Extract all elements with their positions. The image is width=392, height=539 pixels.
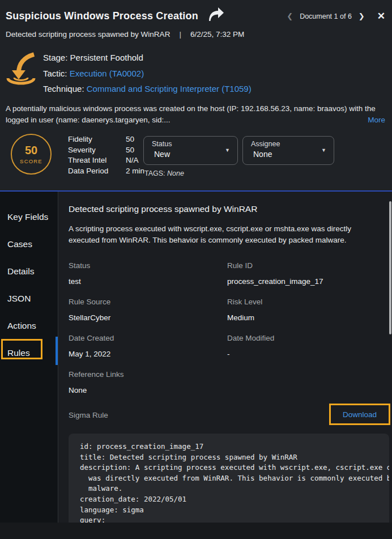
sigma-rule-label: Sigma Rule: [69, 411, 108, 419]
page-title: Suspicious Windows Process Creation: [6, 10, 198, 22]
metric-row: Data Period 2 min: [68, 166, 144, 177]
assignee-dropdown[interactable]: Assignee None ▼: [242, 136, 334, 165]
download-annotation-highlight: Download: [329, 404, 390, 425]
stage-label: Stage:: [43, 53, 67, 62]
field-value-date-created: May 1, 2022: [69, 350, 110, 358]
prev-document-icon[interactable]: ❮: [283, 12, 296, 20]
tab-json[interactable]: JSON: [0, 285, 58, 312]
close-icon[interactable]: ✕: [377, 10, 385, 22]
field-label-date-created: Date Created: [69, 334, 114, 342]
kill-chain-block: Stage: Persistent Foothold Tactic: Execu…: [5, 50, 252, 97]
alert-description: A potentially malicious windows process …: [6, 103, 386, 125]
metric-label: Severity: [68, 145, 126, 156]
technique-link[interactable]: Command and Scripting Interpreter (T1059…: [87, 84, 252, 94]
sigma-rule-code-block: id: process_creation_image_17 title: Det…: [69, 434, 389, 523]
field-label-date-modified: Date Modified: [227, 334, 274, 342]
header-row: Suspicious Windows Process Creation ❮ Do…: [0, 0, 392, 24]
document-counter: Document 1 of 6: [296, 12, 355, 20]
score-badge: 50 SCORE: [11, 134, 52, 175]
alert-subtitle: Detected scripting process spawned by Wi…: [6, 30, 170, 39]
metric-label: Threat Intel: [68, 155, 126, 166]
assignee-dropdown-value: None: [253, 150, 327, 159]
chevron-down-icon: ▼: [225, 147, 230, 153]
technique-line: Technique: Command and Scripting Interpr…: [43, 81, 252, 97]
more-link[interactable]: More: [368, 114, 385, 126]
field-value-rule-id: process_creation_image_17: [227, 277, 323, 286]
alert-description-text: A potentially malicious windows process …: [6, 104, 376, 124]
technique-label: Technique:: [43, 84, 84, 94]
field-label-risk-level: Risk Level: [227, 298, 262, 306]
field-label-status: Status: [69, 261, 90, 270]
stage-line: Stage: Persistent Foothold: [43, 50, 252, 66]
tags-label: TAGS:: [144, 169, 165, 177]
subtitle-separator: |: [179, 30, 181, 39]
metric-label: Fidelity: [68, 134, 126, 145]
tab-key-fields[interactable]: Key Fields: [0, 203, 58, 231]
metric-label: Data Period: [68, 166, 126, 177]
rules-tab-panel: Detected scripting process spawned by Wi…: [59, 192, 392, 523]
status-dropdown[interactable]: Status New ▼: [143, 136, 238, 165]
score-metrics: Fidelity 50 Severity 50 Threat Intel N/A…: [68, 134, 144, 176]
tags-line: TAGS: None: [144, 169, 184, 177]
tactic-link[interactable]: Execution (TA0002): [70, 69, 144, 78]
detail-tabs-sidebar: Key Fields Cases Details JSON Actions Ru…: [0, 192, 58, 523]
rule-summary: A scripting process executed with wscrip…: [69, 223, 384, 246]
vertical-scrollbar[interactable]: [389, 201, 391, 334]
field-value-date-modified: -: [227, 350, 230, 358]
field-value-risk-level: Medium: [227, 313, 254, 322]
rule-title: Detected scripting process spawned by Wi…: [69, 204, 257, 214]
active-tab-indicator: [56, 337, 58, 365]
alert-detail-drawer: Suspicious Windows Process Creation ❮ Do…: [0, 0, 392, 539]
field-value-rule-source: StellarCyber: [69, 313, 110, 322]
next-document-icon[interactable]: ❯: [355, 12, 368, 20]
chevron-down-icon: ▼: [321, 147, 326, 153]
field-value-status: test: [69, 277, 81, 286]
metric-value: 50: [126, 134, 134, 145]
score-value: 50: [25, 144, 37, 157]
metric-value: N/A: [126, 155, 139, 166]
share-icon[interactable]: [207, 7, 224, 24]
stage-value: Persistent Foothold: [70, 53, 143, 62]
assignee-dropdown-label: Assignee: [251, 140, 327, 148]
score-caption: SCORE: [20, 158, 42, 164]
metric-row: Severity 50: [68, 145, 144, 156]
persistent-foothold-stage-icon: [5, 52, 37, 88]
metric-value: 50: [126, 145, 134, 156]
metric-row: Fidelity 50: [68, 134, 144, 145]
tactic-label: Tactic:: [43, 69, 67, 78]
metric-row: Threat Intel N/A: [68, 155, 144, 166]
field-value-reference-links: None: [69, 386, 87, 394]
tab-details[interactable]: Details: [0, 258, 58, 285]
rules-annotation-highlight: [1, 339, 42, 359]
status-dropdown-label: Status: [152, 140, 231, 148]
sigma-rule-code: id: process_creation_image_17 title: Det…: [80, 442, 389, 523]
tactic-line: Tactic: Execution (TA0002): [43, 66, 252, 82]
field-label-rule-id: Rule ID: [227, 261, 253, 270]
alert-timestamp: 6/2/25, 7:32 PM: [190, 30, 244, 39]
tags-value: None: [167, 169, 184, 177]
tab-cases[interactable]: Cases: [0, 231, 58, 258]
tab-actions[interactable]: Actions: [0, 312, 58, 339]
alert-header-panel: Suspicious Windows Process Creation ❮ Do…: [0, 0, 392, 190]
metric-value: 2 min: [126, 166, 144, 177]
status-dropdown-value: New: [154, 150, 231, 159]
subtitle-row: Detected scripting process spawned by Wi…: [0, 24, 392, 39]
field-label-reference-links: Reference Links: [69, 370, 124, 379]
download-button[interactable]: Download: [343, 410, 377, 419]
field-label-rule-source: Rule Source: [69, 298, 110, 306]
